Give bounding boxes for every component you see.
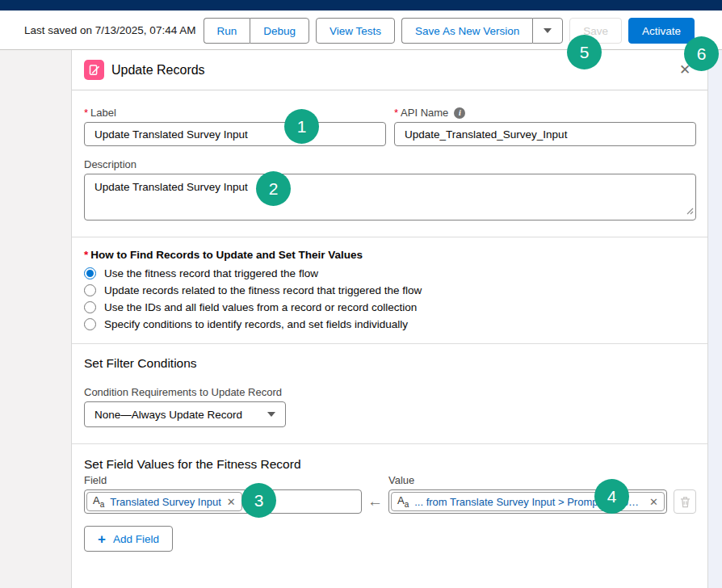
remove-pill-icon[interactable]: ✕	[649, 496, 658, 508]
delete-row-button	[674, 489, 696, 514]
flow-builder-screen: { "toolbar": { "last_saved": "Last saved…	[0, 0, 722, 588]
annotation-circle-2: 2	[256, 171, 291, 206]
right-gutter	[708, 50, 722, 588]
run-debug-button-group: Run Debug	[204, 18, 310, 44]
update-records-icon	[84, 60, 104, 80]
annotation-circle-3: 3	[241, 483, 276, 518]
annotation-circle-5: 5	[567, 35, 602, 69]
filter-conditions-section: Set Filter Conditions Condition Requirem…	[72, 344, 707, 443]
flow-canvas-background	[0, 50, 71, 588]
description-textarea[interactable]: Update Translated Survey Input	[84, 174, 696, 220]
flow-toolbar: Last saved on 7/13/2025, 07:44 AM Inacti…	[0, 10, 722, 50]
label-field-label: * Label	[84, 107, 386, 119]
description-field-label: Description	[84, 158, 696, 170]
how-to-find-options: Use the fitness record that triggered th…	[84, 267, 696, 330]
api-name-field-label: * API Name i	[394, 107, 696, 119]
condition-requirements-label: Condition Requirements to Update Record	[84, 386, 696, 398]
radio-option-related-records[interactable]: Update records related to the fitness re…	[84, 284, 696, 296]
left-arrow-icon: ←	[362, 489, 388, 514]
value-label: Value	[388, 474, 667, 486]
how-to-find-section: * How to Find Records to Update and Set …	[72, 237, 707, 343]
save-as-new-version-button[interactable]: Save As New Version	[401, 18, 532, 44]
info-icon[interactable]: i	[454, 107, 465, 119]
radio-selected-icon[interactable]	[84, 267, 96, 279]
field-pill[interactable]: Aa Translated Survey Input ✕	[86, 492, 242, 511]
radio-unselected-icon[interactable]	[84, 301, 96, 313]
last-saved-text: Last saved on 7/13/2025, 07:44 AM	[24, 24, 195, 36]
annotation-circle-4: 4	[594, 479, 629, 514]
filter-conditions-heading: Set Filter Conditions	[84, 356, 696, 371]
toolbar-buttons: Run Debug View Tests Save As New Version…	[204, 18, 695, 44]
condition-requirements-select[interactable]: None—Always Update Record	[84, 401, 286, 427]
field-label: Field	[84, 474, 362, 486]
panel-title: Update Records	[111, 63, 205, 78]
api-name-field-group: * API Name i	[394, 107, 696, 146]
label-field-group: * Label	[84, 107, 386, 146]
panel-header: Update Records ✕	[72, 50, 707, 90]
trash-icon	[680, 496, 691, 508]
run-button[interactable]: Run	[204, 18, 250, 44]
description-field-group: Update Translated Survey Input	[84, 174, 696, 220]
plus-icon: +	[98, 532, 106, 546]
text-type-icon: Aa	[397, 494, 409, 509]
remove-pill-icon[interactable]: ✕	[227, 496, 236, 508]
field-column: Field Aa Translated Survey Input ✕	[84, 474, 362, 514]
required-asterisk: *	[394, 107, 398, 119]
radio-unselected-icon[interactable]	[84, 318, 96, 330]
field-values-heading: Set Field Values for the Fitness Record	[84, 457, 696, 472]
save-options-dropdown-button[interactable]	[532, 18, 563, 44]
condition-requirements-value: None—Always Update Record	[94, 409, 242, 421]
label-input[interactable]	[84, 122, 386, 146]
annotation-circle-6: 6	[684, 36, 719, 71]
name-description-section: * Label * API Name i Description Update …	[72, 107, 707, 237]
radio-option-ids-and-values[interactable]: Use the IDs and all field values from a …	[84, 301, 696, 313]
annotation-circle-1: 1	[284, 109, 319, 144]
api-name-input[interactable]	[394, 122, 696, 146]
radio-unselected-icon[interactable]	[84, 284, 96, 296]
radio-option-triggering-record[interactable]: Use the fitness record that triggered th…	[84, 267, 696, 279]
chevron-down-icon	[544, 28, 552, 33]
chevron-down-icon	[267, 412, 275, 417]
debug-button[interactable]: Debug	[250, 18, 309, 44]
view-tests-button[interactable]: View Tests	[316, 18, 395, 44]
required-asterisk: *	[84, 107, 88, 119]
field-pill-text: Translated Survey Input	[110, 496, 221, 508]
save-as-new-version-group: Save As New Version	[401, 18, 563, 44]
top-nav-bar	[0, 0, 722, 10]
radio-option-specify-conditions[interactable]: Specify conditions to identify records, …	[84, 318, 696, 330]
field-combobox[interactable]: Aa Translated Survey Input ✕	[84, 489, 362, 514]
activate-button[interactable]: Activate	[628, 18, 695, 44]
add-field-button[interactable]: + Add Field	[84, 526, 173, 552]
text-type-icon: Aa	[93, 494, 104, 509]
how-to-find-heading: * How to Find Records to Update and Set …	[84, 249, 696, 261]
